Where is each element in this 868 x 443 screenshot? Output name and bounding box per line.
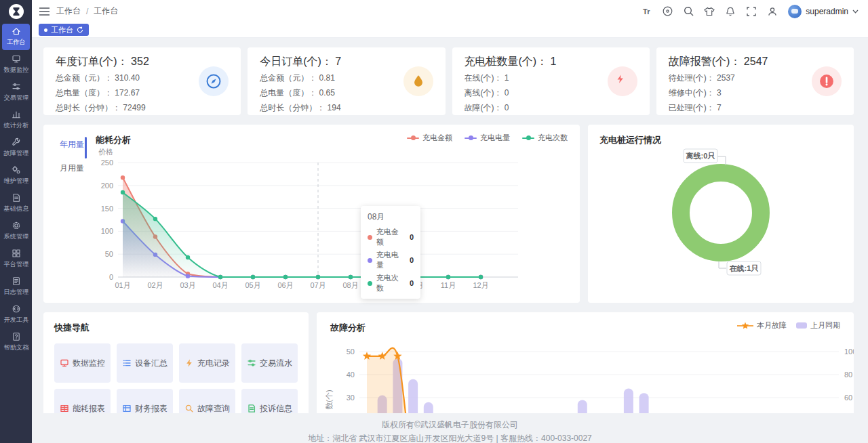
sidebar-item-help-doc[interactable]: 帮助文档 bbox=[2, 329, 30, 356]
fullscreen-icon[interactable] bbox=[746, 6, 757, 17]
main-content: 年度订单(个)： 352 总金额（元）： 310.40总电量（度）： 172.6… bbox=[32, 38, 868, 443]
sidebar-item-label: 系统管理 bbox=[3, 232, 28, 241]
legend-marker bbox=[465, 138, 477, 139]
tooltip-series-dot bbox=[368, 258, 372, 263]
locale-icon[interactable] bbox=[662, 6, 673, 17]
svg-text:08月: 08月 bbox=[342, 281, 358, 289]
sidebar-item-label: 基础信息 bbox=[3, 205, 28, 213]
quick-nav-title: 快捷导航 bbox=[54, 322, 298, 334]
wrench-icon bbox=[12, 138, 21, 147]
legend-label: 充电次数 bbox=[538, 133, 568, 143]
search-icon[interactable] bbox=[683, 6, 694, 17]
tooltip-row: 充电金额0 bbox=[368, 227, 414, 247]
refresh-icon[interactable] bbox=[77, 26, 83, 33]
tab-month-usage[interactable]: 月用量 bbox=[43, 156, 87, 180]
quick-nav-label: 交易流水 bbox=[260, 358, 292, 369]
top-bar: 工作台 / 工作台 Tr superadmin bbox=[32, 0, 868, 22]
tab-bar: 工作台 bbox=[32, 22, 868, 38]
pile-status-title: 充电桩运行情况 bbox=[599, 134, 661, 146]
theme-skin-icon[interactable] bbox=[704, 6, 715, 17]
svg-text:06月: 06月 bbox=[277, 281, 293, 289]
energy-chart-title: 能耗分析 bbox=[96, 134, 131, 146]
sidebar-item-sliders[interactable]: 交易管理 bbox=[2, 79, 30, 106]
sidebar-item-label: 工作台 bbox=[7, 38, 26, 47]
sidebar-item-document[interactable]: 基础信息 bbox=[2, 190, 30, 217]
legend-item[interactable]: 充电金额 bbox=[407, 133, 452, 143]
legend-label: 本月故障 bbox=[757, 320, 787, 331]
help-doc-icon bbox=[12, 332, 21, 341]
hamburger-menu-icon[interactable] bbox=[39, 6, 50, 17]
svg-text:100: 100 bbox=[101, 227, 113, 235]
stat-title: 故障报警(个)： 2547 bbox=[669, 55, 812, 69]
quick-nav-label: 设备汇总 bbox=[135, 358, 167, 369]
energy-analysis-card: 年用量 月用量 能耗分析 充电金额充电电量充电次数 05010015020025… bbox=[43, 125, 580, 303]
sidebar-item-gear[interactable]: 系统管理 bbox=[2, 218, 30, 245]
stat-row: 总电量（度）： 0.65 bbox=[260, 87, 403, 99]
sidebar-item-gears[interactable]: 维护管理 bbox=[2, 163, 30, 189]
sidebar-item-label: 平台管理 bbox=[3, 260, 28, 269]
grid-icon bbox=[12, 249, 21, 258]
user-icon[interactable] bbox=[767, 6, 778, 17]
chevron-down-icon bbox=[852, 9, 859, 14]
tooltip-series-dot bbox=[368, 235, 372, 240]
sidebar-item-dev-tools[interactable]: 开发工具 bbox=[2, 301, 30, 328]
pile-status-card: 充电桩运行情况 离线:0只在线:1只 bbox=[588, 125, 854, 303]
stat-row: 故障(个)： 0 bbox=[465, 102, 608, 114]
svg-text:40: 40 bbox=[347, 371, 355, 379]
legend-bar-marker bbox=[796, 322, 807, 329]
sidebar-item-grid[interactable]: 平台管理 bbox=[2, 246, 30, 272]
quick-nav-monitor[interactable]: 数据监控 bbox=[54, 343, 111, 383]
quick-nav-list[interactable]: 设备汇总 bbox=[117, 343, 173, 383]
font-size-icon[interactable]: Tr bbox=[641, 6, 652, 17]
quick-nav-sliders[interactable]: 交易流水 bbox=[241, 343, 298, 383]
sidebar-item-home[interactable]: 工作台 bbox=[2, 24, 30, 50]
app-logo[interactable] bbox=[0, 0, 32, 22]
legend-item-line[interactable]: 本月故障 bbox=[737, 320, 787, 331]
sidebar-menu: 工作台 数据监控 交易管理 统计分析 故障管理 维护管理 基础信息 系统管理 平… bbox=[0, 24, 32, 356]
svg-text:12月: 12月 bbox=[473, 281, 488, 289]
sidebar-item-label: 日志管理 bbox=[3, 288, 28, 297]
svg-text:60: 60 bbox=[844, 394, 852, 402]
stat-row: 总金额（元）： 310.40 bbox=[56, 72, 199, 84]
svg-text:01月: 01月 bbox=[115, 281, 130, 289]
legend-label: 上月同期 bbox=[810, 320, 840, 331]
quick-nav-label: 投诉信息 bbox=[260, 403, 292, 415]
sidebar-item-wrench[interactable]: 故障管理 bbox=[2, 135, 30, 161]
legend-item-bar[interactable]: 上月同期 bbox=[796, 320, 840, 331]
user-menu[interactable]: superadmin bbox=[788, 5, 859, 18]
breadcrumb-item[interactable]: 工作台 bbox=[56, 5, 81, 17]
energy-line-chart[interactable]: 050100150200250价格01月02月03月04月05月06月07月08… bbox=[43, 125, 580, 303]
tab-year-usage[interactable]: 年用量 bbox=[43, 133, 87, 156]
svg-text:在线:1只: 在线:1只 bbox=[729, 264, 759, 272]
stat-row: 总金额（元）： 0.81 bbox=[260, 72, 403, 84]
energy-tabs: 年用量 月用量 bbox=[43, 133, 87, 180]
svg-text:离线:0只: 离线:0只 bbox=[686, 152, 715, 160]
legend-item[interactable]: 充电电量 bbox=[465, 133, 510, 143]
sidebar-item-log[interactable]: 日志管理 bbox=[2, 274, 30, 300]
legend-marker bbox=[522, 138, 534, 139]
svg-text:30: 30 bbox=[347, 394, 355, 402]
pile-status-donut-chart[interactable]: 离线:0只在线:1只 bbox=[588, 125, 854, 303]
stat-card-2: 充电桩数量(个)： 1 在线(个)： 1离线(个)： 0故障(个)： 0 bbox=[452, 47, 650, 115]
log-icon bbox=[12, 276, 21, 286]
legend-item[interactable]: 充电次数 bbox=[522, 133, 568, 143]
svg-text:11月: 11月 bbox=[441, 281, 456, 289]
tab-label: 工作台 bbox=[51, 25, 73, 35]
monitor-icon bbox=[12, 54, 21, 64]
quick-nav-bolt[interactable]: 充电记录 bbox=[179, 343, 235, 383]
table-icon bbox=[60, 404, 69, 413]
breadcrumb-separator: / bbox=[86, 7, 88, 16]
sidebar-item-label: 数据监控 bbox=[3, 66, 28, 75]
tab-workbench[interactable]: 工作台 bbox=[39, 24, 89, 36]
svg-text:05月: 05月 bbox=[245, 281, 260, 289]
active-tab-indicator bbox=[85, 137, 87, 159]
tooltip-title: 08月 bbox=[368, 211, 414, 223]
svg-text:数(个): 数(个) bbox=[325, 389, 333, 409]
sidebar-item-monitor[interactable]: 数据监控 bbox=[2, 51, 30, 78]
legend-star-marker bbox=[737, 322, 753, 330]
breadcrumb: 工作台 / 工作台 bbox=[56, 5, 118, 17]
legend-label: 充电金额 bbox=[422, 133, 452, 143]
gear-icon bbox=[12, 221, 21, 230]
sidebar-item-bar-chart[interactable]: 统计分析 bbox=[2, 107, 30, 133]
notification-bell-icon[interactable] bbox=[725, 6, 736, 17]
